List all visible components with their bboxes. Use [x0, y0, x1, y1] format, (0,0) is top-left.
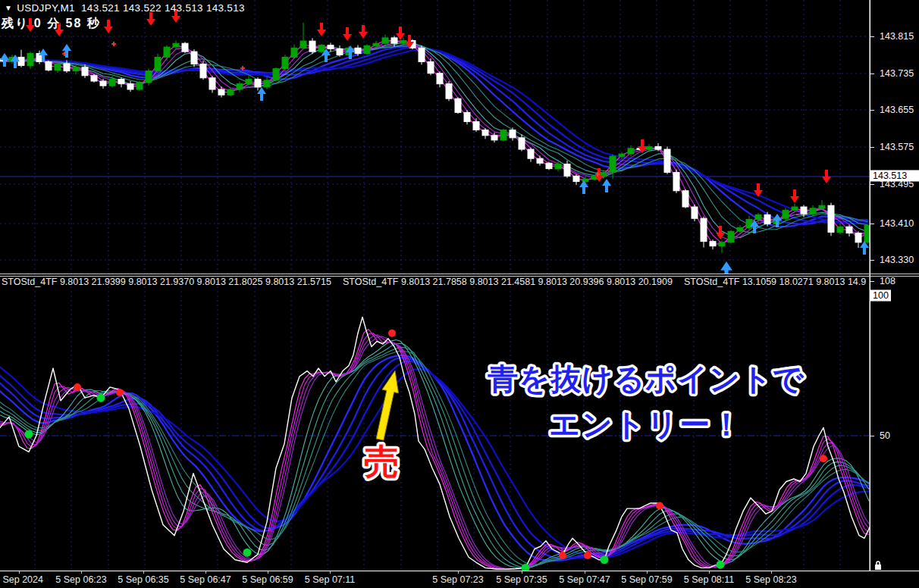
time-tick [81, 571, 82, 574]
time-axis-label: 5 Sep 08:11 [684, 574, 735, 585]
indicator-header-label: STOStd_4TF 9.8013 21.9399 9.8013 21.9370… [2, 277, 331, 287]
indicator-header-label: STOStd_4TF 9.8013 21.7858 9.8013 21.4581… [343, 277, 673, 287]
sell-label: 売 [364, 441, 399, 482]
trough-dot-green [25, 430, 33, 439]
price-axis-label: 143.735 [880, 68, 914, 79]
time-axis-label: 5 Sep 06:35 [118, 574, 168, 585]
buy-arrow-icon [602, 179, 611, 192]
time-axis-label: 5 Sep 08:23 [745, 574, 796, 585]
entry-annotation-line2: エントリー！ [549, 407, 743, 442]
time-tick [647, 571, 648, 574]
buy-arrow-icon [257, 87, 266, 101]
stoch-ribbon [0, 317, 870, 569]
time-tick [268, 571, 268, 574]
time-axis-border [0, 571, 919, 571]
time-tick [205, 571, 206, 574]
time-tick [771, 571, 772, 574]
sell-arrow-icon [594, 168, 604, 182]
time-axis[interactable]: 5 Sep 20245 Sep 06:235 Sep 06:355 Sep 06… [0, 571, 919, 588]
price-axis-label: 143.410 [880, 218, 914, 229]
peak-dot-red [74, 383, 81, 391]
price-axis-label: 143.815 [880, 31, 914, 42]
entry-annotation-line1: 青を抜けるポイントで [487, 361, 805, 396]
price-scale[interactable]: 143.815143.735143.655143.575143.495143.4… [870, 0, 919, 571]
time-tick [585, 571, 585, 574]
chevron-down-icon[interactable]: ▼ [5, 4, 12, 12]
sell-arrow-icon [343, 27, 352, 41]
price-tick [870, 224, 874, 224]
sell-arrow-icon [317, 23, 326, 36]
current-price-label: 143.513 [870, 170, 919, 182]
peak-dot-red [656, 502, 663, 510]
price-axis-label: 143.330 [880, 255, 914, 265]
trough-dot-green [97, 394, 105, 402]
time-axis-label: 5 Sep 07:23 [432, 574, 483, 585]
trough-dot-green [243, 549, 252, 557]
indicator-axis-label: 100 [870, 290, 891, 302]
time-tick [458, 571, 459, 574]
price-tick [870, 74, 874, 74]
sell-arrow-icon [146, 12, 155, 26]
chart-area[interactable]: 売青を抜けるポイントでエントリー！ [0, 0, 919, 588]
sell-arrow-icon [754, 183, 763, 197]
time-axis-label: 5 Sep 2024 [0, 574, 43, 585]
peak-dot-red [559, 552, 566, 559]
trough-dot-green [601, 555, 609, 564]
price-tick [870, 147, 874, 148]
time-tick [143, 571, 144, 574]
sell-arrow-icon [790, 189, 799, 203]
time-axis-label: 5 Sep 07:11 [305, 574, 356, 585]
price-tick [870, 110, 874, 111]
price-axis-label: 143.575 [880, 142, 914, 152]
time-tick [330, 571, 331, 574]
indicator-axis-label: 50 [880, 430, 890, 441]
symbol-header: ▼USDJPY,M1 143.521 143.522 143.513 143.5… [5, 2, 245, 14]
mt4-chart-window: 売青を抜けるポイントでエントリー！ ▼USDJPY,M1 143.521 143… [0, 0, 919, 588]
indicator-tick [870, 436, 874, 436]
time-tick [19, 571, 20, 574]
buy-arrow-icon [62, 44, 71, 58]
time-axis-label: 5 Sep 07:35 [496, 574, 547, 585]
price-tick [870, 260, 874, 261]
peak-dot-red [116, 389, 124, 396]
time-tick [522, 571, 522, 574]
candle-timer-text: 残り 0 分 58 秒 [2, 16, 101, 32]
time-axis-label: 5 Sep 06:23 [55, 574, 106, 585]
time-tick [709, 571, 710, 574]
time-axis-label: 5 Sep 07:47 [559, 574, 610, 585]
time-axis-label: 5 Sep 06:59 [242, 574, 293, 585]
symbol-ohlc-text: USDJPY,M1 143.521 143.522 143.513 143.51… [17, 2, 245, 14]
subwindow-separator[interactable] [0, 274, 919, 274]
indicator-tick [870, 281, 874, 282]
peak-dot-red [584, 552, 591, 559]
buy-arrow-icon [0, 53, 9, 67]
time-axis-label: 5 Sep 07:59 [621, 574, 672, 585]
time-axis-label: 5 Sep 06:47 [180, 574, 231, 585]
indicator-header-label: STOStd_4TF 13.1059 18.0271 9.8013 14.9 [684, 277, 866, 287]
price-tick [870, 184, 874, 185]
buy-arrow-icon [579, 180, 588, 194]
indicator-axis-label: 108 [880, 276, 895, 286]
peak-dot-red [820, 455, 827, 462]
scale-lock-icon[interactable] [873, 560, 883, 571]
sell-arrow-icon [822, 170, 831, 183]
price-tick [870, 36, 874, 37]
entry-cross-icon [111, 42, 116, 46]
sell-annotation-arrow-icon [376, 371, 398, 440]
peak-dot-red [388, 330, 396, 337]
price-axis-label: 143.655 [880, 105, 914, 115]
trough-dot-green [717, 561, 725, 569]
sell-arrow-icon [104, 20, 113, 33]
